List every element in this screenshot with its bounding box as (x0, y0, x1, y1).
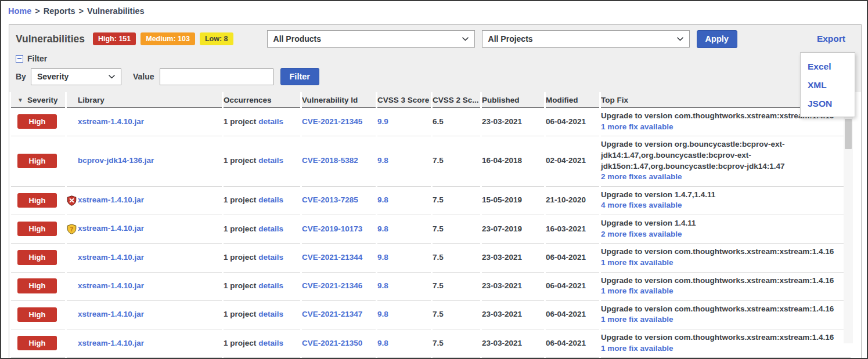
apply-button[interactable]: Apply (697, 30, 737, 48)
library-link[interactable]: xstream-1.4.10.jar (78, 117, 144, 126)
filter-button[interactable]: Filter (280, 68, 319, 85)
modified-date: 02-04-2021 (546, 156, 586, 165)
export-link[interactable]: Export (817, 34, 845, 44)
filter-by-select-value: Severity (37, 72, 69, 81)
occurrences-count: 1 project (224, 281, 256, 290)
vulnerability-id-link[interactable]: CVE-2019-10173 (302, 224, 362, 233)
top-fix-text: Upgrade to version com.thoughtworks.xstr… (601, 304, 851, 315)
breadcrumb-home-link[interactable]: Home (8, 6, 31, 16)
occurrences-count: 1 project (224, 224, 256, 233)
export-excel-option[interactable]: Excel (801, 57, 855, 76)
cvss3-score-link[interactable]: 9.8 (377, 195, 388, 204)
cvss3-score-link[interactable]: 9.8 (377, 281, 388, 290)
library-link[interactable]: xstream-1.4.10.jar (78, 195, 144, 204)
cvss3-score-link[interactable]: 9.8 (377, 224, 388, 233)
cvss2-score: 7.5 (433, 195, 444, 204)
library-link[interactable]: bcprov-jdk14-136.jar (78, 156, 154, 165)
more-fixes-link[interactable]: 4 more fixes available (601, 200, 682, 211)
vulnerability-id-link[interactable]: CVE-2021-21347 (302, 310, 362, 318)
severity-badge: High (17, 307, 57, 322)
details-link[interactable]: details (258, 195, 283, 204)
filter-by-select[interactable]: Severity (31, 68, 121, 85)
severity-badge: High (17, 250, 57, 265)
cvss3-score-link[interactable]: 9.8 (377, 339, 388, 347)
cvss3-score-link[interactable]: 9.8 (377, 156, 388, 165)
top-fix-text: Upgrade to version org.bouncycastle:bcpr… (601, 139, 851, 172)
filter-by-label: By (16, 72, 26, 81)
cvss3-score-link[interactable]: 9.8 (377, 310, 388, 318)
cvss2-score: 7.5 (433, 224, 444, 233)
column-header-severity[interactable]: ▼Severity (11, 92, 65, 108)
library-link[interactable]: xstream-1.4.10.jar (78, 253, 144, 262)
details-link[interactable]: details (258, 310, 283, 318)
products-select[interactable]: All Products (267, 30, 475, 48)
sort-descending-icon: ▼ (17, 97, 23, 103)
column-header-library[interactable]: Library (67, 92, 222, 108)
column-header-modified[interactable]: Modified (546, 92, 599, 108)
severity-badge: High (17, 336, 57, 351)
table-row: High xstream-1.4.10.jar 1 projectdetails… (11, 301, 851, 329)
table-row: High ? xstream-1.4.10.jar 1 projectdetai… (11, 215, 851, 244)
more-fixes-link[interactable]: 1 more fix available (601, 343, 673, 354)
vulnerability-id-link[interactable]: CVE-2021-21350 (302, 339, 362, 347)
library-link[interactable]: xstream-1.4.10.jar (78, 310, 144, 318)
details-link[interactable]: details (258, 117, 283, 126)
library-link[interactable]: xstream-1.4.10.jar (78, 339, 144, 347)
more-fixes-link[interactable]: 1 more fix available (601, 258, 673, 269)
top-fix-text: Upgrade to version 1.4.7,1.4.11 (601, 190, 851, 201)
severity-badge: High (17, 278, 57, 293)
table-row: High xstream-1.4.10.jar 1 projectdetails… (11, 273, 851, 301)
details-link[interactable]: details (258, 224, 283, 233)
occurrences-count: 1 project (224, 339, 256, 347)
column-header-vulnerability-id[interactable]: Vulnerability Id (302, 92, 376, 108)
vulnerability-id-link[interactable]: CVE-2018-5382 (302, 156, 358, 165)
svg-text:?: ? (70, 225, 73, 233)
products-select-value: All Products (273, 34, 321, 43)
vulnerability-id-link[interactable]: CVE-2021-21345 (302, 117, 362, 126)
filter-section-label: Filter (27, 54, 47, 63)
modified-date: 06-04-2021 (546, 281, 586, 290)
vulnerability-id-link[interactable]: CVE-2013-7285 (302, 195, 358, 204)
more-fixes-link[interactable]: 1 more fix available (601, 314, 673, 325)
projects-select[interactable]: All Projects (482, 30, 690, 48)
library-link[interactable]: xstream-1.4.10.jar (78, 281, 144, 290)
details-link[interactable]: details (258, 253, 283, 262)
details-link[interactable]: details (258, 339, 283, 347)
more-fixes-link[interactable]: 2 more fixes available (601, 229, 682, 240)
vulnerabilities-table: ▼Severity Library Occurrences Vulnerabil… (9, 92, 852, 359)
table-row: High xstream-1.4.10.jar 1 projectdetails… (11, 329, 851, 358)
breadcrumb-vulnerabilities: Vulnerabilities (87, 6, 145, 16)
details-link[interactable]: details (258, 281, 283, 290)
column-header-cvss2-score[interactable]: CVSS 2 Sc... (433, 92, 480, 108)
chevron-down-icon (109, 75, 115, 79)
more-fixes-link[interactable]: 2 more fixes available (601, 172, 682, 183)
filter-value-input[interactable] (160, 68, 273, 85)
more-fixes-link[interactable]: 1 more fix available (601, 286, 673, 297)
more-fixes-link[interactable]: 1 more fix available (601, 122, 673, 133)
severity-badge: High (17, 154, 57, 169)
details-link[interactable]: details (258, 156, 283, 165)
breadcrumb-reports[interactable]: Reports (44, 6, 75, 16)
column-header-occurrences[interactable]: Occurrences (224, 92, 300, 108)
export-json-option[interactable]: JSON (801, 95, 855, 113)
export-xml-option[interactable]: XML (801, 76, 855, 95)
published-date: 23-03-2021 (482, 117, 522, 126)
published-date: 23-03-2021 (482, 253, 522, 262)
page-title: Vulnerabilities (16, 33, 85, 45)
modified-date: 06-04-2021 (546, 310, 586, 318)
collapse-filter-icon[interactable] (16, 55, 23, 63)
cvss3-score-link[interactable]: 9.9 (377, 117, 388, 126)
low-count-badge: Low: 8 (200, 32, 233, 45)
occurrences-count: 1 project (224, 195, 256, 204)
vertical-scrollbar[interactable]: ▲ (844, 108, 853, 343)
table-row: High xstream-1.4.10.jar 1 projectdetails… (11, 244, 851, 272)
library-link[interactable]: xstream-1.4.10.jar (78, 224, 144, 233)
cvss3-score-link[interactable]: 9.8 (377, 253, 388, 262)
scrollbar-thumb[interactable] (845, 119, 852, 149)
column-header-published[interactable]: Published (482, 92, 544, 108)
chevron-down-icon (677, 37, 683, 41)
vulnerability-id-link[interactable]: CVE-2021-21344 (302, 253, 362, 262)
severity-badge: High (17, 222, 57, 237)
column-header-cvss3-score[interactable]: CVSS 3 Score (377, 92, 431, 108)
vulnerability-id-link[interactable]: CVE-2021-21346 (302, 281, 362, 290)
